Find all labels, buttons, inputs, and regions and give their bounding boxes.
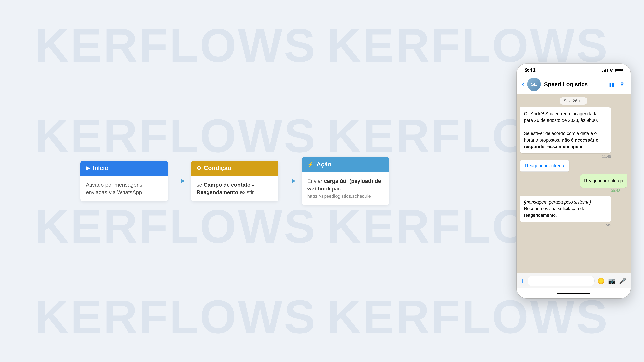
home-indicator xyxy=(516,288,630,298)
msg1-time: 11:45 xyxy=(520,154,611,159)
msg2-time: 11:45 xyxy=(520,223,611,227)
camera-icon[interactable]: 📷 xyxy=(608,277,616,284)
workflow-area: ▶ Início Ativado por mensagens enviadas … xyxy=(0,0,470,362)
action-node-body: Enviar carga útil (payload) de webhook p… xyxy=(302,172,389,205)
phone-mockup: 9:41 ⊙ ‹ SL Speed Logistics xyxy=(516,64,630,298)
start-node[interactable]: ▶ Início Ativado por mensagens enviadas … xyxy=(80,161,168,201)
phone-call-icon[interactable]: ☏ xyxy=(619,81,625,87)
mic-icon[interactable]: 🎤 xyxy=(619,277,626,284)
message-received-2: [mensagem gerada pelo sistema] Recebemos… xyxy=(520,196,611,227)
video-call-icon[interactable]: ▮▮ xyxy=(609,81,615,87)
connector-line-1 xyxy=(168,181,184,181)
condition-icon: ⊕ xyxy=(196,165,201,171)
system-msg-text: Recebemos sua solicitação de reagendamen… xyxy=(524,206,585,218)
msg1-line1: Oi, André! Sua entrega foi agendada para… xyxy=(524,111,598,123)
bubble-sent-1: Reagendar entrega xyxy=(580,174,627,188)
phone-container: 9:41 ⊙ ‹ SL Speed Logistics xyxy=(516,64,630,298)
action-node[interactable]: ⚡ Ação Enviar carga útil (payload) de we… xyxy=(302,157,389,205)
chat-body[interactable]: Sex, 26 jul. Oi, André! Sua entrega foi … xyxy=(516,94,630,273)
condition-node-header: ⊕ Condição xyxy=(191,161,278,176)
connector-line-2 xyxy=(278,181,295,181)
chat-input-row: + 🙂 📷 🎤 xyxy=(520,276,626,286)
signal-bars-icon xyxy=(602,68,608,72)
chat-header: ‹ SL Speed Logistics ▮▮ ☏ xyxy=(516,75,630,94)
action-text-pre: Enviar xyxy=(307,178,324,184)
action-url: https://speedlogistics.schedule xyxy=(307,194,371,199)
sent-msg-text: Reagendar entrega xyxy=(584,178,623,183)
avatar-image-placeholder: SL xyxy=(527,78,541,91)
reschedule-button[interactable]: Reagendar entrega xyxy=(520,160,569,172)
date-divider: Sex, 26 jul. xyxy=(520,97,627,105)
chat-contact-name: Speed Logistics xyxy=(544,81,606,88)
status-icons: ⊙ xyxy=(602,67,622,73)
input-icons: 🙂 📷 🎤 xyxy=(597,277,626,284)
action-node-header: ⚡ Ação xyxy=(302,157,389,172)
connector-1 xyxy=(168,181,191,181)
condition-text-post: existir xyxy=(238,189,254,195)
condition-text-pre: se xyxy=(196,182,204,188)
message-sent-1: Reagendar entrega 09:48 ✓✓ xyxy=(580,174,627,193)
reschedule-button-label: Reagendar entrega xyxy=(525,163,564,168)
start-node-label: Início xyxy=(93,165,108,172)
start-node-body: Ativado por mensagens enviadas via Whats… xyxy=(80,176,168,201)
message-received-1: Oi, André! Sua entrega foi agendada para… xyxy=(520,107,611,159)
start-node-header: ▶ Início xyxy=(80,161,168,176)
start-node-text: Ativado por mensagens enviadas via Whats… xyxy=(86,182,142,195)
chat-input-area: + 🙂 📷 🎤 xyxy=(516,273,630,288)
system-msg-italic: [mensagem gerada pelo sistema] xyxy=(524,200,591,205)
battery-icon xyxy=(616,68,622,72)
message-input[interactable] xyxy=(528,276,594,286)
bubble-received-1: Oi, André! Sua entrega foi agendada para… xyxy=(520,107,611,153)
date-badge-text: Sex, 26 jul. xyxy=(560,97,588,105)
back-button[interactable]: ‹ xyxy=(522,81,524,88)
add-attachment-button[interactable]: + xyxy=(520,277,525,285)
status-bar: 9:41 ⊙ xyxy=(516,64,630,75)
home-bar xyxy=(557,293,590,294)
action-icon: ⚡ xyxy=(307,161,314,168)
wifi-icon: ⊙ xyxy=(610,67,614,73)
condition-node-body: se Campo de contato - Reagendamento exis… xyxy=(191,176,278,201)
connector-2 xyxy=(278,181,302,181)
condition-node-label: Condição xyxy=(204,165,231,172)
chat-actions: ▮▮ ☏ xyxy=(609,81,625,87)
reschedule-button-container[interactable]: Reagendar entrega xyxy=(520,160,569,172)
workflow-nodes: ▶ Início Ativado por mensagens enviadas … xyxy=(80,157,389,205)
action-text-mid: para xyxy=(330,186,343,192)
status-time: 9:41 xyxy=(525,67,536,73)
avatar: SL xyxy=(527,78,541,91)
sticker-icon[interactable]: 🙂 xyxy=(597,277,605,284)
condition-node[interactable]: ⊕ Condição se Campo de contato - Reagend… xyxy=(191,161,278,201)
sent-msg-time: 09:48 ✓✓ xyxy=(580,189,627,193)
bubble-received-2: [mensagem gerada pelo sistema] Recebemos… xyxy=(520,196,611,222)
start-icon: ▶ xyxy=(86,165,90,171)
action-node-label: Ação xyxy=(317,161,332,168)
